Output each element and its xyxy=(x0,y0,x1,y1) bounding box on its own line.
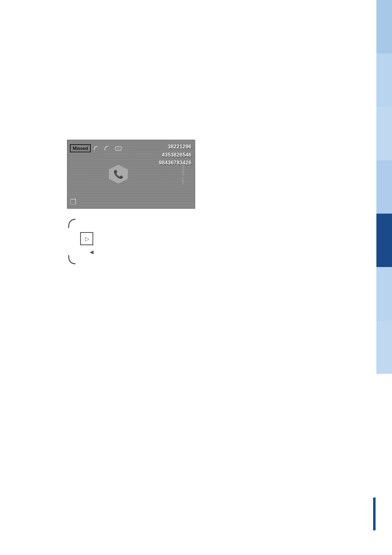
hexagon-shape: 📞 xyxy=(109,165,128,184)
phone-screen-inner: Missed 38221296 4353826 xyxy=(67,140,195,208)
hexagon-phone-icon: 📞 xyxy=(113,169,124,179)
back-arrow-icon: ◄ xyxy=(88,249,95,256)
phone-number-1: 38221296 xyxy=(159,143,191,151)
play-button[interactable]: ▷ xyxy=(80,232,93,245)
bottom-left-copy-icon: ❐ xyxy=(70,198,76,207)
sidebar-tab-5-active[interactable] xyxy=(376,214,392,267)
sidebar-tab-4[interactable] xyxy=(376,160,392,214)
phone-number-2: 4353826546 xyxy=(159,151,191,159)
phone-number-3: 98436783426 xyxy=(159,159,191,167)
call-icon-1 xyxy=(92,144,101,153)
call-arc-icon xyxy=(67,218,81,231)
end-call-arc-icon xyxy=(67,254,81,267)
accent-bar xyxy=(373,497,376,530)
missed-badge: Missed xyxy=(70,144,91,152)
sidebar-tab-1[interactable] xyxy=(376,0,392,53)
sidebar-tab-3[interactable] xyxy=(376,107,392,160)
sidebar-tab-6[interactable] xyxy=(376,267,392,320)
call-icon-2 xyxy=(103,144,112,153)
vertical-watermark: MISSED CALL xyxy=(181,164,185,185)
sidebar-tab-7[interactable] xyxy=(376,320,392,374)
sidebar-right xyxy=(376,0,392,555)
voicemail-icon xyxy=(114,144,123,153)
phone-numbers: 38221296 4353826546 98436783426 xyxy=(159,143,191,167)
center-phone-hexagon: 📞 xyxy=(108,164,129,184)
sidebar-tab-2[interactable] xyxy=(376,53,392,107)
phone-screen-widget: Missed 38221296 4353826 xyxy=(67,140,195,209)
play-icon: ▷ xyxy=(85,235,90,242)
